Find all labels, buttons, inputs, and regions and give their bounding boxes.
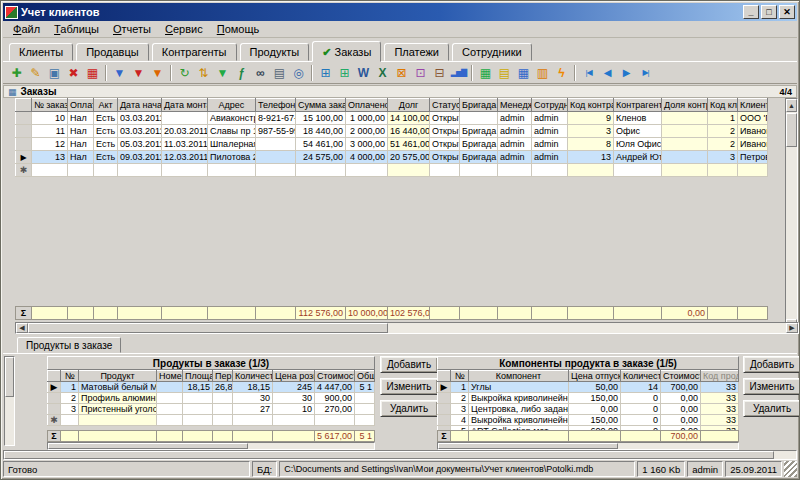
cell[interactable] xyxy=(157,382,183,393)
cell[interactable]: 18,15 xyxy=(233,382,273,393)
column-header[interactable]: Компонент xyxy=(469,371,569,382)
cell[interactable]: 20 575,00 xyxy=(388,151,430,164)
product-row[interactable]: 3Пристенный уголок.2710270,00 xyxy=(48,404,375,415)
filter-builder-icon[interactable]: ▼ xyxy=(213,64,232,82)
export-dbf-icon[interactable]: ⊟ xyxy=(430,64,449,82)
column-header[interactable]: Площадь xyxy=(183,371,213,382)
cell[interactable]: Андрей Ютта xyxy=(614,151,662,164)
table-view-icon[interactable]: ▦ xyxy=(514,64,533,82)
product-row-selected[interactable]: ▶ 1Матовый белый М2718,1526,8918,152454 … xyxy=(48,382,375,393)
cell[interactable]: 1 xyxy=(708,112,738,125)
export-htm-icon[interactable]: ⊞ xyxy=(335,64,354,82)
cell[interactable]: Авиаконструкт xyxy=(208,112,256,125)
cell[interactable]: 1 000,00 xyxy=(346,112,388,125)
row-selector-current[interactable]: ▶ xyxy=(16,151,32,164)
column-header[interactable]: Код контрагента xyxy=(568,99,614,112)
cell[interactable]: 15 100,00 xyxy=(296,112,346,125)
cell[interactable]: 33 xyxy=(701,404,739,415)
column-header[interactable]: Общая стоим xyxy=(355,371,375,382)
cell[interactable]: 900,00 xyxy=(315,393,355,404)
column-header[interactable]: Бригада xyxy=(460,99,498,112)
cell[interactable]: 3 xyxy=(61,404,79,415)
minimize-button[interactable]: _ xyxy=(743,5,759,19)
cell[interactable]: Иванов xyxy=(738,138,768,151)
cell[interactable]: 11.03.2011 xyxy=(162,138,208,151)
component-row[interactable]: 3Центровка, либо заданное0,0000,0033 xyxy=(438,404,739,415)
cell[interactable]: admin xyxy=(532,138,568,151)
tab-payments[interactable]: Платежи xyxy=(384,43,449,61)
row-selector[interactable] xyxy=(16,112,32,125)
order-row[interactable]: 12НалЕсть05.03.201111.03.2011Шпалерная54… xyxy=(16,138,768,151)
cell[interactable]: 03.03.2011 xyxy=(118,112,162,125)
row-selector[interactable] xyxy=(438,404,451,415)
cell[interactable] xyxy=(662,151,708,164)
column-header[interactable]: Доля контрагента xyxy=(662,99,708,112)
tab-products[interactable]: Продукты xyxy=(240,43,310,61)
row-selector[interactable] xyxy=(16,138,32,151)
cell[interactable]: 13 xyxy=(568,151,614,164)
cell[interactable] xyxy=(708,164,738,177)
cell[interactable] xyxy=(94,164,118,177)
scroll-thumb[interactable] xyxy=(28,323,388,333)
cell[interactable] xyxy=(296,164,346,177)
column-header[interactable]: № xyxy=(451,371,469,382)
filter-remove-icon[interactable]: ▼ xyxy=(129,64,148,82)
sort-icon[interactable]: ⇅ xyxy=(194,64,213,82)
cell[interactable]: Есть xyxy=(94,151,118,164)
component-row-selected[interactable]: ▶ 1Углы50,0014700,0033 xyxy=(438,382,739,393)
cell[interactable] xyxy=(233,415,273,426)
products-add-button[interactable]: Добавить xyxy=(380,356,438,373)
cell[interactable] xyxy=(213,415,233,426)
column-header[interactable]: Код клиента xyxy=(708,99,738,112)
chart-icon[interactable]: ▂▅▇ xyxy=(449,64,468,82)
order-row[interactable]: 10НалЕсть03.03.2011Авиаконструкт8-921-67… xyxy=(16,112,768,125)
cell[interactable]: 13 xyxy=(32,151,68,164)
components-horizontal-scrollbar[interactable] xyxy=(437,442,739,450)
column-header[interactable]: Дата монтажа xyxy=(162,99,208,112)
cell[interactable]: Нал xyxy=(68,138,94,151)
cell[interactable]: 03.03.2011 xyxy=(118,125,162,138)
cell[interactable]: Есть xyxy=(94,112,118,125)
row-selector[interactable] xyxy=(48,393,61,404)
components-delete-button[interactable]: Удалить xyxy=(743,400,800,417)
cell[interactable]: 3 000,00 xyxy=(346,138,388,151)
menu-help[interactable]: Помощь xyxy=(211,21,266,37)
column-header[interactable]: № xyxy=(61,371,79,382)
new-row-marker[interactable]: ✱ xyxy=(48,415,61,426)
cell[interactable]: 0,00 xyxy=(569,404,621,415)
column-header[interactable]: Количество xyxy=(621,371,661,382)
components-add-button[interactable]: Добавить xyxy=(743,356,800,373)
column-header[interactable]: Цена розница xyxy=(273,371,315,382)
column-header[interactable]: Стоимость xyxy=(661,371,701,382)
cell[interactable]: Открыт xyxy=(430,112,460,125)
tab-contractors[interactable]: Контрагенты xyxy=(152,43,237,61)
cell[interactable] xyxy=(157,404,183,415)
cell[interactable]: Пилотова 23-2 xyxy=(208,151,256,164)
filter-clear-icon[interactable]: ▼ xyxy=(148,64,167,82)
cell[interactable]: Есть xyxy=(94,125,118,138)
cell[interactable]: Нал xyxy=(68,112,94,125)
cell[interactable]: admin xyxy=(532,125,568,138)
cell[interactable]: Выкройка криволинейного xyxy=(469,415,569,426)
resize-grip[interactable] xyxy=(784,461,797,477)
cell[interactable]: Открыт xyxy=(430,138,460,151)
new-record-icon[interactable]: ✚ xyxy=(7,64,26,82)
menu-file[interactable]: Файл xyxy=(7,21,46,37)
new-order-row[interactable]: ✱ xyxy=(16,164,768,177)
new-product-row[interactable]: ✱ xyxy=(48,415,375,426)
cell[interactable] xyxy=(738,164,768,177)
cell[interactable]: 14 100,00 xyxy=(388,112,430,125)
cell[interactable]: Нал xyxy=(68,151,94,164)
cell[interactable]: admin xyxy=(532,151,568,164)
cell[interactable]: Юля Офис xyxy=(614,138,662,151)
cell[interactable]: 2 xyxy=(61,393,79,404)
column-header[interactable]: Продукт xyxy=(79,371,157,382)
tab-clients[interactable]: Клиенты xyxy=(9,43,73,61)
row-selector-current[interactable]: ▶ xyxy=(48,382,61,393)
products-horizontal-scrollbar[interactable] xyxy=(47,442,375,450)
cell[interactable]: 30 xyxy=(233,393,273,404)
column-header[interactable]: Менеджер xyxy=(498,99,532,112)
export-xml-icon[interactable]: ⊠ xyxy=(392,64,411,82)
cell[interactable]: 30 xyxy=(273,393,315,404)
cell[interactable] xyxy=(355,415,375,426)
